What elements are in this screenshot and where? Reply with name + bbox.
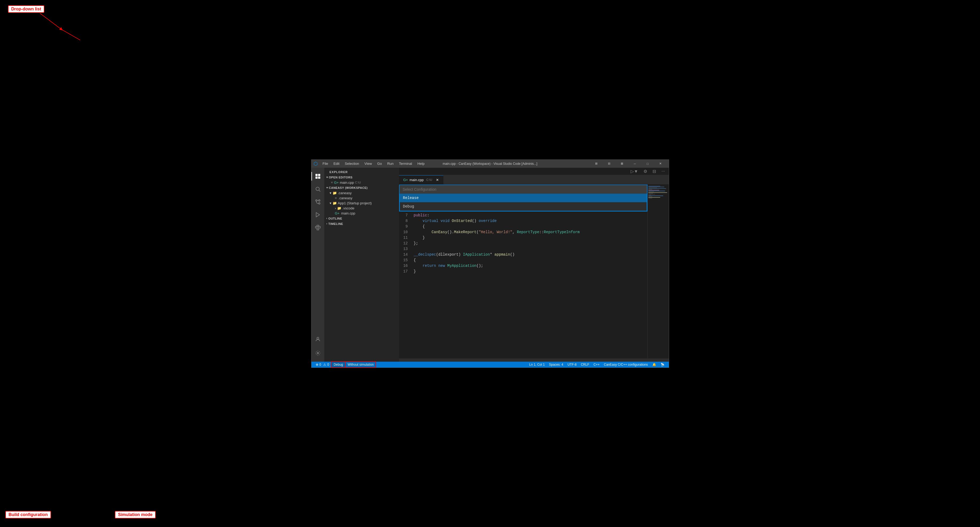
menu-run[interactable]: Run (385, 161, 396, 166)
open-editor-main-cpp[interactable]: ✕ G+ main.cpp C:\U (324, 180, 399, 185)
activity-account-icon[interactable] (312, 333, 324, 345)
status-simulation[interactable]: Without simulation (345, 361, 376, 368)
sidebar-section-open-editors: ▾ OPEN EDITORS ✕ G+ main.cpp C:\U (324, 175, 399, 185)
status-language[interactable]: C++ (591, 361, 602, 368)
minimize-btn[interactable]: ─ (629, 160, 641, 168)
code-line-11: } (414, 235, 648, 240)
code-line-16: return new MyApplication(); (414, 263, 648, 269)
status-line-ending[interactable]: CRLF (579, 361, 591, 368)
svg-rect-13 (318, 226, 320, 228)
outline-chevron: › (326, 217, 328, 220)
workspace-label: CANEASY (WORKSPACE) (329, 186, 368, 189)
status-spaces[interactable]: Spaces: 4 (547, 361, 565, 368)
status-encoding[interactable]: UTF-8 (565, 361, 579, 368)
split-editor-btn[interactable]: ⊟ (651, 168, 658, 174)
open-editors-header[interactable]: ▾ OPEN EDITORS (324, 175, 399, 180)
config-search-input[interactable] (399, 185, 647, 194)
svg-rect-15 (317, 229, 319, 230)
status-errors-warnings[interactable]: ⊗ 0 ⚠ 0 (313, 361, 331, 368)
window-title: main.cpp - CanEasy (Workspace) - Visual … (442, 162, 537, 166)
layout-btn-3[interactable]: ⊠ (616, 160, 628, 168)
outer-wrapper: Drop-down list Build configuration Simul… (0, 0, 980, 527)
tab-main-cpp[interactable]: G+ main.cpp C:\U ✕ (399, 175, 443, 184)
annotation-build-config: Build configuration (5, 511, 51, 519)
dropdown-overlay: Release Debug (399, 185, 648, 212)
warning-count: 0 (327, 363, 329, 366)
sidebar-vscode-folder[interactable]: › 📁 .vscode (324, 206, 399, 211)
svg-line-1 (61, 29, 80, 40)
sidebar-main-cpp[interactable]: G+ main.cpp (324, 211, 399, 216)
tab-close-btn[interactable]: ✕ (436, 178, 439, 182)
status-debug[interactable]: Debug (331, 361, 345, 368)
svg-point-10 (318, 199, 320, 201)
sidebar-section-workspace: ▾ CANEASY (WORKSPACE) ▾ 📁 .caneasy ≡ .ca… (324, 185, 399, 216)
status-broadcast[interactable]: 📡 (659, 361, 667, 368)
activity-extensions-icon[interactable] (312, 221, 324, 234)
config-input-container: Release Debug (399, 185, 648, 212)
app1-folder-name: App1 (Startup project) (338, 201, 372, 205)
layout-btn-2[interactable]: ⊟ (603, 160, 616, 168)
menu-edit[interactable]: Edit (331, 161, 341, 166)
menu-bar: File Edit Selection View Go Run Terminal… (321, 161, 427, 166)
svg-rect-5 (318, 177, 320, 179)
status-bar: ⊗ 0 ⚠ 0 Debug Without simulation Ln 1, C… (312, 361, 669, 368)
editor-toolbar: ▷▼ ⚙ ⊟ ··· (399, 168, 669, 175)
svg-point-16 (317, 337, 319, 339)
close-editor-icon[interactable]: ✕ (331, 181, 333, 184)
open-editors-chevron: ▾ (326, 176, 328, 179)
folder-chevron: ▾ (329, 191, 331, 195)
menu-view[interactable]: View (362, 161, 374, 166)
code-editor[interactable]: 2 3 4 5 6 7 8 9 10 11 12 13 14 15 (399, 185, 669, 358)
activity-explorer-icon[interactable] (312, 170, 324, 183)
svg-line-0 (40, 13, 61, 29)
status-config[interactable]: CanEasy C/C++ configurations (602, 361, 650, 368)
menu-help[interactable]: Help (415, 161, 427, 166)
vscode-chevron: › (335, 206, 336, 210)
settings-btn[interactable]: ⚙ (642, 168, 649, 174)
workspace-header[interactable]: ▾ CANEASY (WORKSPACE) (324, 185, 399, 191)
svg-point-9 (318, 202, 320, 204)
maximize-btn[interactable]: □ (641, 160, 654, 168)
activity-run-debug-icon[interactable] (312, 209, 324, 221)
config-option-debug[interactable]: Debug (400, 202, 647, 211)
activity-settings-icon[interactable] (312, 347, 324, 360)
svg-point-17 (317, 352, 319, 354)
status-notifications[interactable]: 🔔 (650, 361, 659, 368)
timeline-header[interactable]: › TIMELINE (324, 221, 399, 226)
app1-chevron: ▾ (329, 201, 331, 205)
more-actions-btn[interactable]: ··· (660, 168, 667, 174)
status-position[interactable]: Ln 1, Col 1 (527, 361, 547, 368)
close-btn[interactable]: ✕ (654, 160, 667, 168)
timeline-label: TIMELINE (328, 222, 343, 225)
run-with-config-btn[interactable]: ▷▼ (629, 168, 640, 174)
activity-source-control-icon[interactable] (312, 196, 324, 209)
app1-folder-icon: 📁 (332, 201, 337, 205)
outline-header[interactable]: › OUTLINE (324, 216, 399, 221)
layout-btn-1[interactable]: ⊞ (590, 160, 603, 168)
svg-rect-14 (317, 225, 319, 226)
activity-search-icon[interactable] (312, 183, 324, 196)
sidebar-app1-folder[interactable]: ▾ 📁 App1 (Startup project) (324, 201, 399, 206)
sidebar-caneasy-folder[interactable]: ▾ 📁 .caneasy (324, 191, 399, 196)
language-text: C++ (593, 363, 600, 366)
vscode-folder-name: .vscode (342, 206, 355, 210)
menu-terminal[interactable]: Terminal (397, 161, 414, 166)
sidebar-section-timeline: › TIMELINE (324, 221, 399, 226)
svg-line-7 (319, 190, 320, 191)
sidebar-caneasy-file[interactable]: ≡ .caneasy (324, 196, 399, 201)
code-line-7: public: (414, 213, 648, 218)
status-bar-right: Ln 1, Col 1 Spaces: 4 UTF-8 CRLF C++ Can… (527, 361, 667, 368)
menu-file[interactable]: File (321, 161, 330, 166)
encoding-text: UTF-8 (568, 363, 577, 366)
horizontal-scrollbar[interactable] (399, 358, 669, 361)
menu-go[interactable]: Go (375, 161, 384, 166)
file-icon: ≡ (335, 196, 337, 200)
sidebar: EXPLORER ▾ OPEN EDITORS ✕ G+ main.cpp C:… (324, 168, 399, 361)
config-option-release[interactable]: Release (400, 194, 647, 202)
warning-icon: ⚠ (323, 363, 326, 366)
svg-rect-2 (315, 174, 318, 176)
menu-selection[interactable]: Selection (343, 161, 361, 166)
code-line-9: { (414, 224, 648, 229)
editor-area: ▷▼ ⚙ ⊟ ··· G+ main.cpp C:\U ✕ (399, 168, 669, 361)
simulation-label: Without simulation (347, 363, 374, 366)
